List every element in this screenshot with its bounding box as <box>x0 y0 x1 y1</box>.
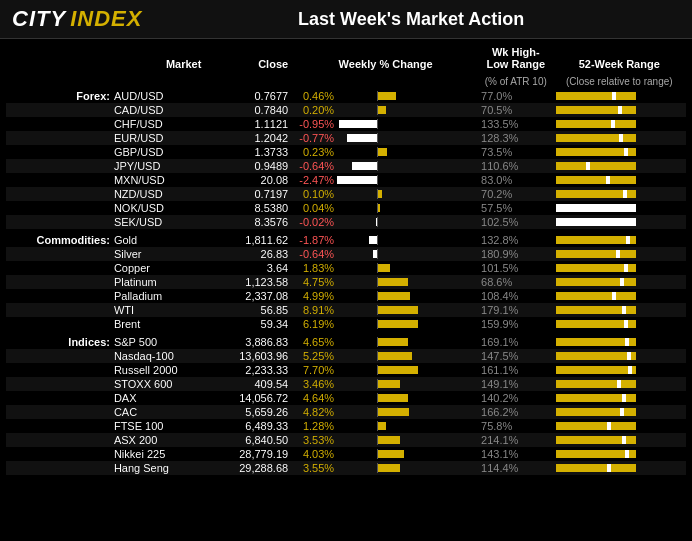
category-label <box>6 289 112 303</box>
pct-value: 3.55% <box>294 462 334 474</box>
52wk-range-cell <box>552 201 686 215</box>
col-market: Market <box>6 43 205 73</box>
market-name: Silver <box>112 247 205 261</box>
52wk-range-cell <box>552 117 686 131</box>
pct-bar-cell: 4.64% <box>292 391 479 405</box>
category-label <box>6 317 112 331</box>
category-label <box>6 131 112 145</box>
table-row: NOK/USD8.53800.04%57.5% <box>6 201 686 215</box>
pct-value: 5.25% <box>294 350 334 362</box>
bar-positive <box>378 380 400 388</box>
close-value: 0.7840 <box>205 103 292 117</box>
logo-city: CITY <box>12 6 66 32</box>
pct-value: 1.28% <box>294 420 334 432</box>
category-label: Indices: <box>6 335 112 349</box>
pct-value: 0.04% <box>294 202 334 214</box>
market-name: EUR/USD <box>112 131 205 145</box>
52wk-range-cell <box>552 419 686 433</box>
pct-bar-cell: 0.46% <box>292 89 479 103</box>
category-label <box>6 303 112 317</box>
52wk-range-cell <box>552 377 686 391</box>
weekly-bar <box>337 319 417 329</box>
pct-value: -0.02% <box>294 216 334 228</box>
bar-center <box>377 119 378 129</box>
close-value: 2,337.08 <box>205 289 292 303</box>
52wk-range-cell <box>552 103 686 117</box>
weekly-bar <box>337 189 417 199</box>
pct-value: 4.99% <box>294 290 334 302</box>
category-label <box>6 145 112 159</box>
pct-bar-cell: 4.82% <box>292 405 479 419</box>
weekly-bar <box>337 449 417 459</box>
close-value: 8.5380 <box>205 201 292 215</box>
close-value: 2,233.33 <box>205 363 292 377</box>
pct-bar-cell: 6.19% <box>292 317 479 331</box>
category-label <box>6 261 112 275</box>
table-row: CAC5,659.264.82%166.2% <box>6 405 686 419</box>
market-name: CAD/USD <box>112 103 205 117</box>
category-label <box>6 447 112 461</box>
market-name: Nikkei 225 <box>112 447 205 461</box>
pct-value: -0.64% <box>294 248 334 260</box>
category-label <box>6 187 112 201</box>
bar-positive <box>378 190 382 198</box>
bar-negative <box>352 162 377 170</box>
bar-negative <box>339 120 377 128</box>
52wk-range-cell <box>552 405 686 419</box>
range52-marker <box>586 162 590 170</box>
atr-value: 132.8% <box>479 233 552 247</box>
market-name: Russell 2000 <box>112 363 205 377</box>
weekly-bar <box>337 105 417 115</box>
close-value: 13,603.96 <box>205 349 292 363</box>
weekly-bar <box>337 175 417 185</box>
market-name: DAX <box>112 391 205 405</box>
category-label <box>6 201 112 215</box>
atr-value: 110.6% <box>479 159 552 173</box>
pct-value: 1.83% <box>294 262 334 274</box>
bar-positive <box>378 278 408 286</box>
bar-positive <box>378 148 387 156</box>
weekly-bar <box>337 305 417 315</box>
pct-value: 4.64% <box>294 392 334 404</box>
header-title: Last Week's Market Action <box>142 9 680 30</box>
pct-bar-cell: 0.10% <box>292 187 479 201</box>
52wk-range-cell <box>552 433 686 447</box>
pct-bar-cell: 4.99% <box>292 289 479 303</box>
market-name: STOXX 600 <box>112 377 205 391</box>
52wk-range-cell <box>552 131 686 145</box>
bar-positive <box>378 352 412 360</box>
range52-marker <box>624 320 628 328</box>
atr-value: 161.1% <box>479 363 552 377</box>
weekly-bar <box>337 217 417 227</box>
market-name: FTSE 100 <box>112 419 205 433</box>
pct-bar-cell: -0.64% <box>292 247 479 261</box>
pct-bar-cell: 4.03% <box>292 447 479 461</box>
pct-value: 3.53% <box>294 434 334 446</box>
table-row: FTSE 1006,489.331.28%75.8% <box>6 419 686 433</box>
atr-value: 128.3% <box>479 131 552 145</box>
close-value: 28,779.19 <box>205 447 292 461</box>
pct-bar-cell: -0.77% <box>292 131 479 145</box>
range52-marker <box>622 306 626 314</box>
close-value: 0.7197 <box>205 187 292 201</box>
market-name: SEK/USD <box>112 215 205 229</box>
atr-value: 159.9% <box>479 317 552 331</box>
category-label <box>6 173 112 187</box>
pct-value: 4.82% <box>294 406 334 418</box>
market-name: Platinum <box>112 275 205 289</box>
atr-value: 149.1% <box>479 377 552 391</box>
close-value: 1.1121 <box>205 117 292 131</box>
range52-marker <box>618 106 622 114</box>
category-label <box>6 247 112 261</box>
pct-bar-cell: 4.65% <box>292 335 479 349</box>
table-row: Copper3.641.83%101.5% <box>6 261 686 275</box>
weekly-bar <box>337 351 417 361</box>
atr-value: 140.2% <box>479 391 552 405</box>
close-value: 59.34 <box>205 317 292 331</box>
52wk-range-cell <box>552 145 686 159</box>
close-value: 1.3733 <box>205 145 292 159</box>
range52-marker <box>624 148 628 156</box>
pct-bar-cell: -1.87% <box>292 233 479 247</box>
range52-marker <box>622 394 626 402</box>
bar-negative <box>369 236 377 244</box>
